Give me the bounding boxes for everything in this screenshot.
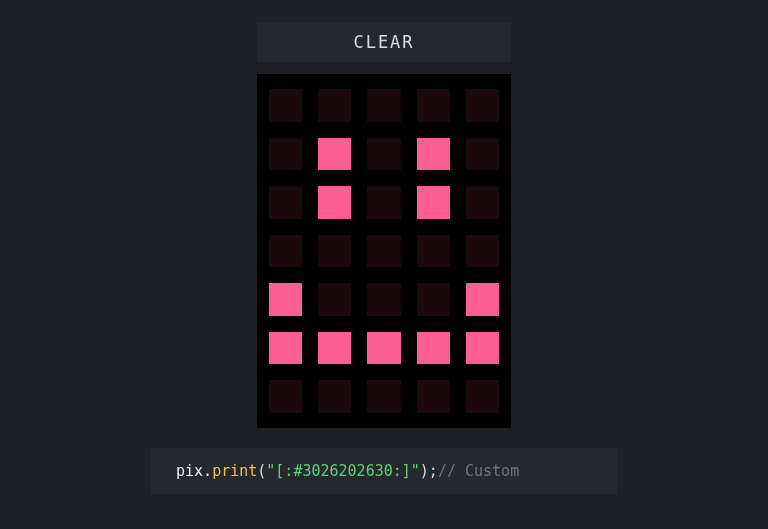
- pixel-cell[interactable]: [318, 89, 351, 122]
- pixel-cell[interactable]: [466, 332, 499, 365]
- pixel-cell[interactable]: [318, 332, 351, 365]
- pixel-cell[interactable]: [417, 138, 450, 171]
- code-token-string: "[:#3026202630:]": [266, 462, 420, 480]
- pixel-cell[interactable]: [466, 283, 499, 316]
- pixel-cell[interactable]: [417, 283, 450, 316]
- pixel-cell[interactable]: [466, 138, 499, 171]
- pixel-cell[interactable]: [269, 283, 302, 316]
- code-token-open: (: [257, 462, 266, 480]
- pixel-cell[interactable]: [318, 138, 351, 171]
- code-token-dot: .: [203, 462, 212, 480]
- pixel-cell[interactable]: [417, 332, 450, 365]
- pixel-cell[interactable]: [466, 380, 499, 413]
- pixel-cell[interactable]: [269, 138, 302, 171]
- code-output: pix.print( "[:#3026202630:]" ); // Custo…: [151, 448, 617, 494]
- pixel-cell[interactable]: [417, 380, 450, 413]
- code-token-comment: // Custom: [438, 462, 519, 480]
- pixel-cell[interactable]: [318, 235, 351, 268]
- pixel-cell[interactable]: [466, 186, 499, 219]
- code-token-object: pix: [176, 462, 203, 480]
- pixel-cell[interactable]: [417, 186, 450, 219]
- pixel-cell[interactable]: [269, 89, 302, 122]
- pixel-cell[interactable]: [466, 235, 499, 268]
- pixel-cell[interactable]: [367, 380, 400, 413]
- pixel-cell[interactable]: [318, 380, 351, 413]
- code-token-close: );: [420, 462, 438, 480]
- clear-button[interactable]: CLEAR: [257, 22, 511, 62]
- pixel-cell[interactable]: [367, 283, 400, 316]
- pixel-cell[interactable]: [417, 89, 450, 122]
- pixel-grid: [257, 74, 511, 428]
- pixel-cell[interactable]: [367, 89, 400, 122]
- pixel-cell[interactable]: [367, 332, 400, 365]
- pixel-cell[interactable]: [269, 235, 302, 268]
- code-token-function: print: [212, 462, 257, 480]
- pixel-cell[interactable]: [417, 235, 450, 268]
- pixel-cell[interactable]: [367, 138, 400, 171]
- pixel-cell[interactable]: [318, 186, 351, 219]
- pixel-cell[interactable]: [367, 235, 400, 268]
- pixel-cell[interactable]: [269, 332, 302, 365]
- pixel-cell[interactable]: [269, 380, 302, 413]
- pixel-cell[interactable]: [367, 186, 400, 219]
- pixel-grid-cells: [269, 89, 499, 413]
- pixel-cell[interactable]: [318, 283, 351, 316]
- pixel-cell[interactable]: [269, 186, 302, 219]
- pixel-cell[interactable]: [466, 89, 499, 122]
